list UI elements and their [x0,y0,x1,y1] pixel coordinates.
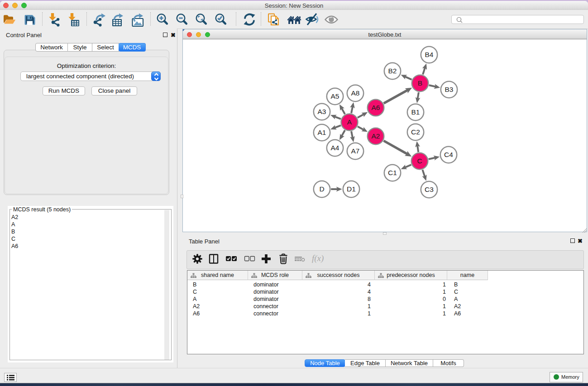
svg-text:A8: A8 [351,89,360,97]
svg-text:A: A [347,118,352,126]
svg-text:A5: A5 [331,92,339,100]
svg-text:B: B [418,79,422,87]
svg-text:C1: C1 [388,169,397,176]
svg-text:C4: C4 [444,151,453,158]
svg-text:B4: B4 [425,51,434,58]
svg-text:A2: A2 [372,132,380,140]
svg-text:D1: D1 [347,185,356,193]
svg-text:D: D [319,185,324,193]
svg-text:A1: A1 [318,129,326,136]
svg-text:A4: A4 [331,144,339,152]
svg-text:B2: B2 [388,67,397,75]
svg-text:C: C [417,157,422,165]
svg-text:C3: C3 [425,186,434,193]
svg-text:A3: A3 [318,108,326,115]
svg-text:B1: B1 [411,108,420,116]
svg-text:B3: B3 [445,86,454,93]
svg-text:A6: A6 [372,104,380,111]
svg-text:C2: C2 [411,128,420,136]
svg-text:A7: A7 [351,147,360,155]
